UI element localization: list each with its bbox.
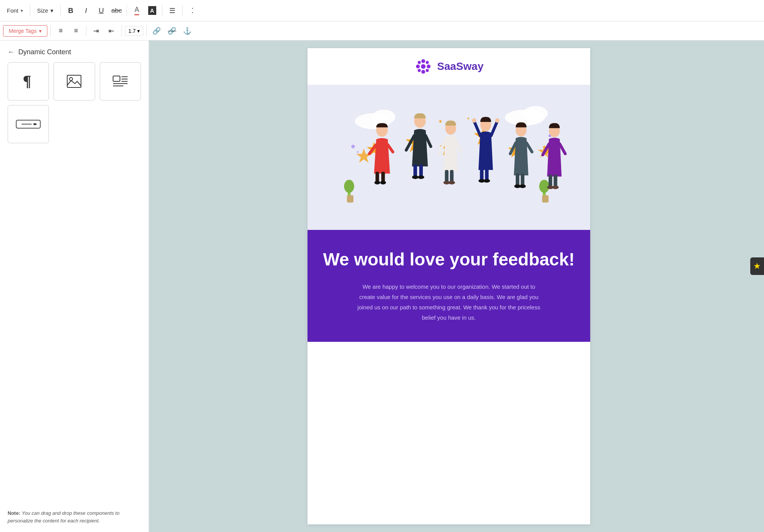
svg-rect-86	[554, 175, 557, 187]
svg-point-37	[539, 180, 549, 193]
anchor-button[interactable]: ⚓	[180, 24, 194, 38]
svg-point-27	[351, 145, 355, 148]
svg-text:★: ★	[438, 118, 443, 124]
component-button[interactable]	[8, 105, 49, 143]
left-panel: ← Dynamic Content ¶	[0, 40, 149, 532]
line-height-chevron-icon: ▾	[137, 28, 140, 34]
font-bgcolor-button[interactable]: A	[145, 4, 159, 18]
underline-button[interactable]: U	[94, 4, 108, 18]
logo-icon	[414, 57, 432, 76]
svg-point-15	[427, 65, 431, 68]
toolbar-row2: Merge Tags ▾ ≡ ≡ ⇥ ⇤ 1.7 ▾ 🔗 🔗 ⚓	[0, 21, 764, 40]
svg-rect-60	[450, 170, 453, 183]
note-label: Note:	[8, 510, 20, 516]
divider-4	[162, 5, 162, 16]
svg-rect-77	[516, 174, 519, 186]
svg-rect-51	[413, 165, 417, 177]
canvas-area: SaaSway	[149, 40, 764, 532]
align-button[interactable]: ☰	[165, 4, 179, 18]
italic-button[interactable]: I	[79, 4, 93, 18]
svg-point-16	[418, 61, 421, 64]
merge-tags-chevron-icon: ▾	[39, 28, 42, 34]
back-button[interactable]: ← Dynamic Content	[8, 48, 141, 56]
svg-rect-3	[113, 76, 120, 81]
divider-1	[30, 5, 30, 16]
insert-link-button[interactable]: 🔗	[150, 24, 163, 38]
svg-rect-85	[549, 175, 552, 187]
svg-text:★: ★	[467, 116, 470, 120]
svg-point-12	[421, 59, 425, 63]
svg-point-11	[421, 64, 426, 69]
email-header: SaaSway	[308, 48, 590, 85]
font-dropdown[interactable]: Font ▾	[3, 6, 27, 15]
back-icon: ←	[8, 48, 15, 56]
svg-point-54	[418, 175, 424, 179]
line-height-value: 1.7	[128, 28, 136, 34]
size-chevron-icon: ▾	[50, 7, 53, 14]
svg-point-72	[484, 179, 490, 183]
svg-rect-70	[485, 168, 489, 181]
svg-point-22	[372, 110, 395, 124]
special-chars-button[interactable]: ⁚	[186, 4, 199, 18]
svg-rect-38	[542, 195, 549, 202]
indent-button[interactable]: ⇤	[105, 24, 118, 38]
hero-illustration: ★ ★ ★ ★ ★	[315, 96, 583, 218]
component-image[interactable]	[53, 62, 95, 100]
divider-3	[126, 5, 127, 16]
strikethrough-button[interactable]: abc	[110, 4, 123, 18]
svg-text:¶: ¶	[24, 73, 31, 89]
ordered-list-button[interactable]: ≡	[54, 24, 68, 38]
font-color-button[interactable]: A	[130, 4, 144, 18]
size-dropdown[interactable]: Size ▾	[33, 6, 57, 16]
component-grid-top: ¶	[8, 62, 141, 100]
line-height-dropdown[interactable]: 1.7 ▾	[125, 26, 143, 36]
right-panel: ★	[750, 257, 764, 275]
divider-9	[146, 25, 147, 37]
email-headline: We would love your feedback!	[323, 249, 575, 270]
divider-7	[86, 25, 86, 37]
svg-point-68	[495, 118, 499, 123]
email-hero: ★ ★ ★ ★ ★	[308, 85, 590, 230]
svg-point-67	[472, 118, 476, 123]
main-layout: ← Dynamic Content ¶	[0, 40, 764, 532]
svg-point-62	[448, 181, 455, 184]
star-icon: ★	[753, 261, 761, 271]
svg-rect-59	[445, 170, 448, 183]
svg-point-53	[412, 175, 419, 179]
size-label: Size	[37, 7, 48, 14]
svg-point-88	[552, 186, 559, 189]
email-subtext: We are happy to welcome you to our organ…	[357, 281, 541, 323]
remove-link-button[interactable]: 🔗	[165, 24, 179, 38]
svg-point-13	[421, 70, 425, 74]
note-section: Note: You can drag and drop these compon…	[8, 502, 141, 524]
divider-8	[121, 25, 122, 37]
component-grid-bottom	[8, 105, 141, 143]
svg-point-18	[418, 69, 421, 72]
svg-point-34	[344, 180, 354, 193]
svg-rect-78	[521, 174, 524, 186]
brand-name: SaaSway	[437, 60, 483, 73]
svg-point-19	[426, 69, 429, 72]
unordered-list-button[interactable]: ≡	[69, 24, 83, 38]
email-canvas: SaaSway	[308, 48, 590, 524]
merge-tags-button[interactable]: Merge Tags ▾	[3, 25, 47, 37]
image-icon	[66, 73, 83, 90]
email-body: We would love your feedback! We are happ…	[308, 230, 590, 342]
outdent-button[interactable]: ⇥	[89, 24, 103, 38]
note-content: You can drag and drop these components t…	[8, 510, 120, 524]
svg-rect-69	[480, 168, 483, 181]
toolbar-row1: Font ▾ Size ▾ B I U abc A A ☰ ⁚	[0, 0, 764, 21]
svg-rect-1	[67, 75, 81, 87]
svg-point-80	[519, 184, 526, 188]
divider-6	[50, 25, 51, 37]
svg-point-45	[374, 181, 380, 184]
svg-point-46	[380, 181, 386, 184]
merge-tags-label: Merge Tags	[9, 28, 37, 34]
svg-point-17	[426, 61, 429, 64]
component-paragraph[interactable]: ¶	[8, 62, 49, 100]
svg-point-14	[416, 65, 420, 68]
component-image-text[interactable]	[100, 62, 141, 100]
divider-5	[182, 5, 183, 16]
bold-button[interactable]: B	[64, 4, 78, 18]
font-label: Font	[7, 7, 18, 14]
